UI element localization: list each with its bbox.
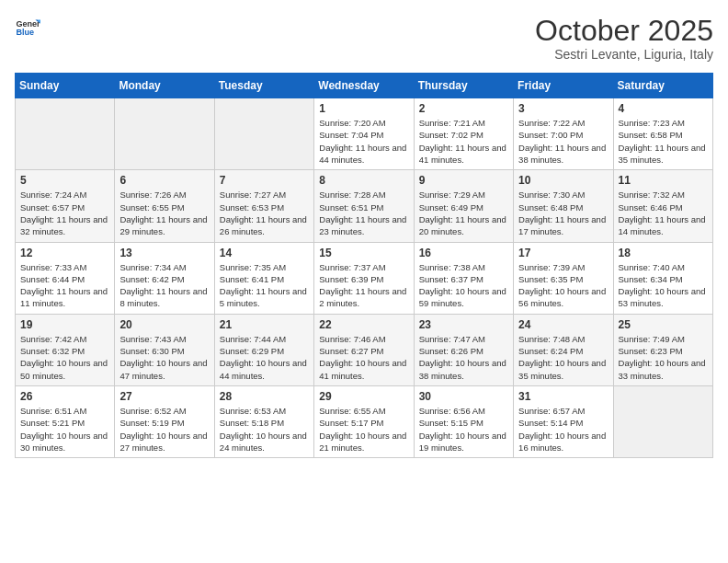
- day-info: Sunrise: 7:47 AM Sunset: 6:26 PM Dayligh…: [419, 333, 508, 382]
- weekday-header-sunday: Sunday: [16, 74, 115, 98]
- calendar-cell: 30Sunrise: 6:56 AM Sunset: 5:15 PM Dayli…: [414, 385, 513, 457]
- calendar-cell: 22Sunrise: 7:46 AM Sunset: 6:27 PM Dayli…: [314, 314, 414, 385]
- day-info: Sunrise: 7:22 AM Sunset: 7:00 PM Dayligh…: [518, 117, 608, 166]
- calendar-cell: 14Sunrise: 7:35 AM Sunset: 6:41 PM Dayli…: [214, 242, 313, 314]
- day-number: 17: [518, 247, 608, 259]
- day-info: Sunrise: 7:37 AM Sunset: 6:39 PM Dayligh…: [319, 261, 408, 310]
- calendar-cell: 1Sunrise: 7:20 AM Sunset: 7:04 PM Daylig…: [314, 98, 414, 170]
- day-info: Sunrise: 7:29 AM Sunset: 6:49 PM Dayligh…: [419, 189, 508, 237]
- day-info: Sunrise: 7:40 AM Sunset: 6:34 PM Dayligh…: [619, 261, 708, 310]
- calendar-cell: 3Sunrise: 7:22 AM Sunset: 7:00 PM Daylig…: [514, 98, 613, 170]
- day-number: 29: [319, 390, 408, 403]
- day-number: 9: [419, 174, 508, 187]
- day-info: Sunrise: 7:38 AM Sunset: 6:37 PM Dayligh…: [419, 261, 508, 310]
- day-info: Sunrise: 7:30 AM Sunset: 6:48 PM Dayligh…: [518, 189, 608, 237]
- calendar-cell: 17Sunrise: 7:39 AM Sunset: 6:35 PM Dayli…: [514, 242, 613, 314]
- day-number: 31: [518, 390, 608, 403]
- page-header: General Blue October 2025 Sestri Levante…: [15, 15, 713, 62]
- day-number: 8: [319, 174, 408, 187]
- calendar-week-row: 12Sunrise: 7:33 AM Sunset: 6:44 PM Dayli…: [16, 242, 713, 314]
- day-number: 12: [20, 247, 109, 259]
- day-number: 15: [319, 247, 408, 259]
- weekday-header-friday: Friday: [514, 74, 613, 98]
- day-info: Sunrise: 6:52 AM Sunset: 5:19 PM Dayligh…: [119, 405, 209, 454]
- calendar-cell: 8Sunrise: 7:28 AM Sunset: 6:51 PM Daylig…: [314, 170, 414, 242]
- day-info: Sunrise: 7:35 AM Sunset: 6:41 PM Dayligh…: [220, 261, 309, 310]
- calendar-cell: 9Sunrise: 7:29 AM Sunset: 6:49 PM Daylig…: [414, 170, 513, 242]
- day-info: Sunrise: 7:23 AM Sunset: 6:58 PM Dayligh…: [619, 117, 708, 166]
- calendar-cell: 21Sunrise: 7:44 AM Sunset: 6:29 PM Dayli…: [214, 314, 313, 385]
- day-info: Sunrise: 7:44 AM Sunset: 6:29 PM Dayligh…: [220, 333, 309, 382]
- weekday-header-thursday: Thursday: [414, 74, 513, 98]
- calendar-cell: 24Sunrise: 7:48 AM Sunset: 6:24 PM Dayli…: [514, 314, 613, 385]
- day-number: 5: [20, 174, 109, 187]
- day-info: Sunrise: 6:53 AM Sunset: 5:18 PM Dayligh…: [220, 405, 309, 454]
- title-section: October 2025 Sestri Levante, Liguria, It…: [535, 15, 713, 62]
- day-number: 7: [220, 174, 309, 187]
- calendar-cell: 13Sunrise: 7:34 AM Sunset: 6:42 PM Dayli…: [115, 242, 214, 314]
- calendar-table: SundayMondayTuesdayWednesdayThursdayFrid…: [15, 73, 713, 458]
- calendar-cell: 25Sunrise: 7:49 AM Sunset: 6:23 PM Dayli…: [613, 314, 712, 385]
- weekday-header-row: SundayMondayTuesdayWednesdayThursdayFrid…: [16, 74, 713, 98]
- weekday-header-monday: Monday: [115, 74, 214, 98]
- weekday-header-tuesday: Tuesday: [214, 74, 313, 98]
- day-number: 13: [119, 247, 209, 259]
- calendar-cell: 29Sunrise: 6:55 AM Sunset: 5:17 PM Dayli…: [314, 385, 414, 457]
- day-info: Sunrise: 7:42 AM Sunset: 6:32 PM Dayligh…: [20, 333, 109, 382]
- day-number: 3: [518, 102, 608, 115]
- calendar-cell: 2Sunrise: 7:21 AM Sunset: 7:02 PM Daylig…: [414, 98, 513, 170]
- calendar-cell: 23Sunrise: 7:47 AM Sunset: 6:26 PM Dayli…: [414, 314, 513, 385]
- day-info: Sunrise: 7:46 AM Sunset: 6:27 PM Dayligh…: [319, 333, 408, 382]
- calendar-cell: 7Sunrise: 7:27 AM Sunset: 6:53 PM Daylig…: [214, 170, 313, 242]
- calendar-cell: 10Sunrise: 7:30 AM Sunset: 6:48 PM Dayli…: [514, 170, 613, 242]
- day-number: 19: [20, 318, 109, 331]
- day-number: 4: [619, 102, 708, 115]
- calendar-cell: 28Sunrise: 6:53 AM Sunset: 5:18 PM Dayli…: [214, 385, 313, 457]
- calendar-cell: 6Sunrise: 7:26 AM Sunset: 6:55 PM Daylig…: [115, 170, 214, 242]
- day-number: 27: [119, 390, 209, 403]
- calendar-cell: 4Sunrise: 7:23 AM Sunset: 6:58 PM Daylig…: [613, 98, 712, 170]
- day-number: 10: [518, 174, 608, 187]
- day-number: 14: [220, 247, 309, 259]
- calendar-cell: 16Sunrise: 7:38 AM Sunset: 6:37 PM Dayli…: [414, 242, 513, 314]
- logo-icon: General Blue: [15, 15, 40, 40]
- calendar-week-row: 1Sunrise: 7:20 AM Sunset: 7:04 PM Daylig…: [16, 98, 713, 170]
- day-number: 28: [220, 390, 309, 403]
- calendar-week-row: 5Sunrise: 7:24 AM Sunset: 6:57 PM Daylig…: [16, 170, 713, 242]
- calendar-cell: [613, 385, 712, 457]
- day-info: Sunrise: 7:28 AM Sunset: 6:51 PM Dayligh…: [319, 189, 408, 237]
- day-info: Sunrise: 7:34 AM Sunset: 6:42 PM Dayligh…: [119, 261, 209, 310]
- day-info: Sunrise: 7:32 AM Sunset: 6:46 PM Dayligh…: [619, 189, 708, 237]
- calendar-cell: 11Sunrise: 7:32 AM Sunset: 6:46 PM Dayli…: [613, 170, 712, 242]
- calendar-cell: 31Sunrise: 6:57 AM Sunset: 5:14 PM Dayli…: [514, 385, 613, 457]
- day-number: 25: [619, 318, 708, 331]
- day-number: 16: [419, 247, 508, 259]
- day-number: 11: [619, 174, 708, 187]
- calendar-cell: 27Sunrise: 6:52 AM Sunset: 5:19 PM Dayli…: [115, 385, 214, 457]
- calendar-cell: [16, 98, 115, 170]
- calendar-cell: [115, 98, 214, 170]
- calendar-cell: 26Sunrise: 6:51 AM Sunset: 5:21 PM Dayli…: [16, 385, 115, 457]
- day-info: Sunrise: 6:55 AM Sunset: 5:17 PM Dayligh…: [319, 405, 408, 454]
- day-info: Sunrise: 6:57 AM Sunset: 5:14 PM Dayligh…: [518, 405, 608, 454]
- day-number: 30: [419, 390, 508, 403]
- day-number: 18: [619, 247, 708, 259]
- calendar-week-row: 26Sunrise: 6:51 AM Sunset: 5:21 PM Dayli…: [16, 385, 713, 457]
- calendar-cell: 18Sunrise: 7:40 AM Sunset: 6:34 PM Dayli…: [613, 242, 712, 314]
- day-number: 21: [220, 318, 309, 331]
- day-info: Sunrise: 7:33 AM Sunset: 6:44 PM Dayligh…: [20, 261, 109, 310]
- day-info: Sunrise: 7:39 AM Sunset: 6:35 PM Dayligh…: [518, 261, 608, 310]
- calendar-cell: 5Sunrise: 7:24 AM Sunset: 6:57 PM Daylig…: [16, 170, 115, 242]
- calendar-week-row: 19Sunrise: 7:42 AM Sunset: 6:32 PM Dayli…: [16, 314, 713, 385]
- calendar-cell: 12Sunrise: 7:33 AM Sunset: 6:44 PM Dayli…: [16, 242, 115, 314]
- day-info: Sunrise: 7:27 AM Sunset: 6:53 PM Dayligh…: [220, 189, 309, 237]
- month-title: October 2025: [535, 15, 713, 47]
- day-info: Sunrise: 6:56 AM Sunset: 5:15 PM Dayligh…: [419, 405, 508, 454]
- day-number: 1: [319, 102, 408, 115]
- day-info: Sunrise: 7:48 AM Sunset: 6:24 PM Dayligh…: [518, 333, 608, 382]
- day-number: 26: [20, 390, 109, 403]
- calendar-cell: [214, 98, 313, 170]
- day-info: Sunrise: 7:26 AM Sunset: 6:55 PM Dayligh…: [119, 189, 209, 237]
- day-number: 24: [518, 318, 608, 331]
- day-info: Sunrise: 7:24 AM Sunset: 6:57 PM Dayligh…: [20, 189, 109, 237]
